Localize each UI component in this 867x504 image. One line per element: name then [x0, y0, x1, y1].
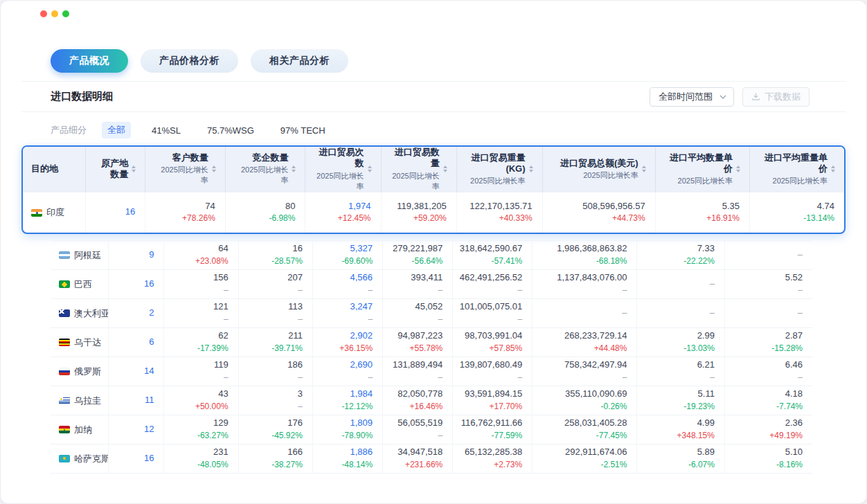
cell-customers: 156–	[164, 270, 238, 299]
cell-trade-qty: 45,052–	[383, 299, 453, 328]
download-icon	[751, 92, 760, 101]
filter-option-1[interactable]: 全部	[102, 122, 131, 138]
filter-option-4[interactable]: 97% TECH	[275, 123, 331, 138]
highlighted-table-section: 目的地原产地 数量客户数量2025同比增长率竞企数量2025同比增长率进口贸易次…	[21, 145, 846, 234]
window-controls	[40, 10, 69, 17]
cell-trade-count[interactable]: 1,974+12.45%	[305, 192, 381, 233]
sort-icon[interactable]	[292, 165, 296, 172]
tab-1[interactable]: 产品概况	[51, 49, 128, 73]
tab-2[interactable]: 产品价格分析	[141, 49, 238, 73]
cell-competitors: 16-28.57%	[238, 241, 312, 270]
filter-option-3[interactable]: 75.7%WSG	[202, 123, 260, 138]
minimize-window-icon[interactable]	[51, 10, 58, 17]
maximize-window-icon[interactable]	[62, 10, 69, 17]
origin-count-cell[interactable]: 16	[109, 444, 164, 474]
flag-russia-icon	[59, 368, 70, 375]
cell-trade-count[interactable]: 1,984-12.12%	[312, 386, 382, 415]
column-header-6[interactable]: 进口贸易重量(KG)2025同比增长率	[456, 147, 542, 192]
cell-customers: 231-48.05%	[164, 444, 238, 474]
close-window-icon[interactable]	[40, 10, 47, 17]
column-header-5[interactable]: 进口贸易数量2025同比增长率	[381, 147, 456, 192]
cell-customers: 43+50.00%	[164, 386, 238, 415]
table-row: 澳大利亚2121–113–3,247–45,052–101,005,075.01…	[51, 299, 812, 328]
column-header-3[interactable]: 竞企数量2025同比增长率	[225, 147, 305, 192]
origin-count-cell[interactable]: 6	[109, 328, 164, 357]
cell-competitors: 211-39.71%	[238, 328, 312, 357]
sort-icon[interactable]	[443, 165, 448, 172]
column-header-4[interactable]: 进口贸易次数2025同比增长率	[305, 147, 381, 192]
origin-count-cell[interactable]: 12	[109, 415, 164, 444]
filter-option-2[interactable]: 41%SL	[146, 123, 186, 138]
cell-customers: 74+78.26%	[145, 192, 226, 233]
origin-count-cell[interactable]: 16	[85, 192, 145, 233]
column-header-2[interactable]: 客户数量2025同比增长率	[145, 147, 226, 192]
cell-trade-weight: 462,491,256.52–	[453, 270, 533, 299]
cell-avg-weight-price: 5.10-8.16%	[724, 444, 812, 474]
origin-count-cell[interactable]: 14	[109, 357, 164, 386]
cell-trade-qty: 94,987,223+55.78%	[383, 328, 453, 357]
data-table: 阿根廷964+23.08%16-28.57%5,327-69.60%279,22…	[51, 240, 812, 474]
cell-avg-qty-price: 7.33-22.22%	[637, 241, 725, 270]
cell-competitors: 80-6.98%	[225, 192, 305, 233]
cell-trade-count[interactable]: 1,809-78.90%	[312, 415, 382, 444]
flag-uganda-icon	[59, 339, 70, 346]
origin-count-cell[interactable]: 2	[109, 299, 164, 328]
origin-count-cell[interactable]: 16	[109, 270, 164, 299]
cell-trade-weight: 98,703,991.04+57.85%	[453, 328, 533, 357]
cell-trade-amount: 355,110,090.69-0.26%	[533, 386, 637, 415]
flag-brazil-icon	[59, 280, 70, 288]
cell-avg-qty-price: 4.99+348.15%	[637, 415, 725, 444]
column-header-9[interactable]: 进口平均重量单价2025同比增长率	[750, 147, 844, 192]
cell-avg-weight-price: –	[724, 241, 812, 270]
cell-trade-weight: 139,807,680.49–	[453, 357, 533, 386]
column-header-8[interactable]: 进口平均数量单价2025同比增长率	[655, 147, 749, 192]
destination-cell: 乌干达	[51, 328, 109, 357]
cell-trade-count[interactable]: 3,247–	[312, 299, 382, 328]
column-header-7[interactable]: 进口贸易总额(美元)2025同比增长率	[542, 147, 655, 192]
flag-argentina-icon	[59, 251, 70, 259]
flag-australia-icon	[59, 309, 70, 317]
cell-trade-count[interactable]: 1,886-48.14%	[312, 444, 382, 474]
cell-trade-weight: 318,642,590.67-57.41%	[453, 241, 533, 270]
cell-trade-weight: 116,762,911.66-77.59%	[453, 415, 533, 444]
cell-trade-qty: 279,221,987-56.64%	[383, 241, 453, 270]
sort-icon[interactable]	[132, 165, 136, 172]
cell-trade-amount: 1,137,843,076.00–	[533, 270, 637, 299]
country-name: 巴西	[74, 279, 92, 289]
table-row: 阿根廷964+23.08%16-28.57%5,327-69.60%279,22…	[51, 241, 812, 270]
sort-icon[interactable]	[212, 165, 217, 172]
origin-count-cell[interactable]: 9	[109, 241, 164, 270]
destination-cell: 加纳	[51, 415, 109, 444]
country-name: 阿根廷	[74, 250, 101, 260]
country-name: 加纳	[74, 424, 92, 435]
cell-trade-count[interactable]: 4,566–	[312, 270, 382, 299]
destination-cell: 印度	[23, 192, 85, 233]
sort-icon[interactable]	[831, 165, 836, 172]
tab-3[interactable]: 相关产品分析	[251, 49, 348, 73]
cell-trade-weight: 65,132,285.38+2.73%	[453, 444, 533, 474]
download-data-button[interactable]: 下载数据	[742, 87, 810, 107]
segment-filter: 产品细分 全部41%SL75.7%WSG97% TECH	[51, 121, 846, 139]
cell-trade-amount: 1,986,368,863.82-68.18%	[533, 241, 637, 270]
destination-cell: 巴西	[51, 270, 109, 299]
cell-trade-weight: 122,170,135.71+40.33%	[456, 192, 542, 233]
cell-avg-weight-price: 4.18-7.74%	[724, 386, 812, 415]
sort-icon[interactable]	[736, 165, 741, 172]
cell-trade-qty: 82,050,778+16.46%	[383, 386, 453, 415]
sort-icon[interactable]	[368, 165, 373, 172]
column-header-1[interactable]: 原产地 数量	[85, 147, 145, 192]
cell-avg-weight-price: 2.36+49.19%	[724, 415, 812, 444]
origin-count-cell[interactable]: 11	[109, 386, 164, 415]
cell-trade-amount: 258,031,405.28-77.45%	[533, 415, 637, 444]
cell-avg-weight-price: –	[724, 299, 812, 328]
cell-trade-count[interactable]: 2,690–	[312, 357, 382, 386]
cell-trade-count[interactable]: 5,327-69.60%	[312, 241, 382, 270]
sort-icon[interactable]	[529, 165, 534, 172]
cell-trade-count[interactable]: 2,902+36.15%	[312, 328, 382, 357]
cell-avg-qty-price: –	[637, 270, 725, 299]
sort-icon[interactable]	[642, 165, 647, 172]
page-title: 进口数据明细	[51, 90, 113, 103]
app-window: 产品概况产品价格分析相关产品分析 进口数据明细 全部时间范围 下载数据 产品细分…	[0, 0, 867, 504]
time-range-select[interactable]: 全部时间范围	[650, 87, 734, 107]
download-label: 下载数据	[765, 91, 801, 103]
